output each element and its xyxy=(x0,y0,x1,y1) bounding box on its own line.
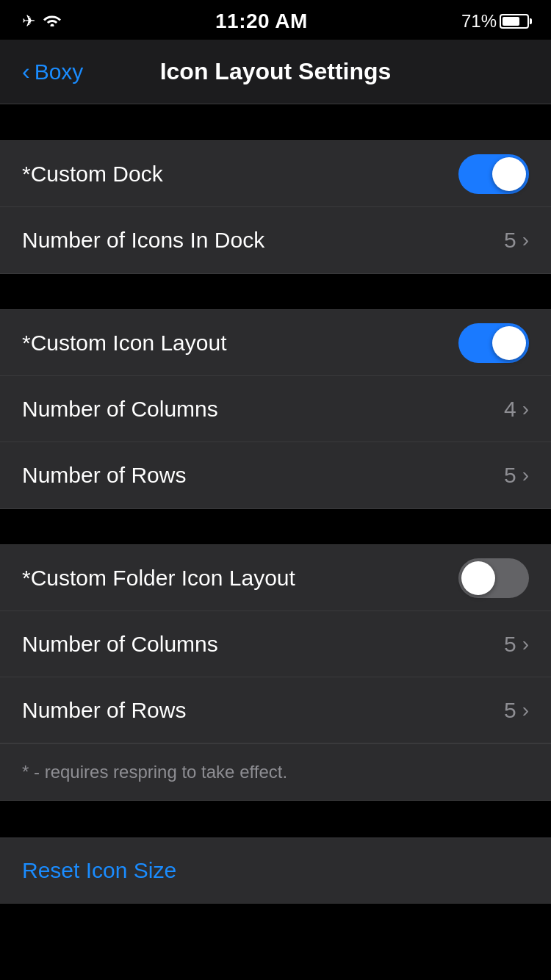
icon-rows-value: 5 xyxy=(504,463,516,488)
icons-in-dock-label: Number of Icons In Dock xyxy=(22,228,504,253)
custom-folder-layout-toggle[interactable] xyxy=(458,558,529,598)
custom-folder-layout-toggle-thumb xyxy=(461,561,495,595)
bottom-area xyxy=(0,904,551,948)
wifi-icon xyxy=(43,12,62,31)
icons-in-dock-row[interactable]: Number of Icons In Dock 5 › xyxy=(0,207,551,273)
back-label: Boxy xyxy=(35,60,84,84)
section-gap-1 xyxy=(0,273,551,310)
custom-dock-row: *Custom Dock xyxy=(0,141,551,207)
icon-columns-value-container: 4 › xyxy=(504,397,529,422)
status-time: 11:20 AM xyxy=(215,10,308,33)
custom-dock-toggle-thumb xyxy=(492,157,526,191)
dock-settings-group: *Custom Dock Number of Icons In Dock 5 › xyxy=(0,141,551,273)
back-chevron-icon: ‹ xyxy=(22,58,30,85)
folder-rows-row[interactable]: Number of Rows 5 › xyxy=(0,677,551,743)
icon-rows-chevron-icon: › xyxy=(522,464,529,487)
folder-columns-row[interactable]: Number of Columns 5 › xyxy=(0,611,551,677)
folder-rows-label: Number of Rows xyxy=(22,698,504,723)
battery-icon xyxy=(500,14,529,29)
custom-icon-layout-toggle[interactable] xyxy=(458,323,529,363)
status-right: 71% xyxy=(461,11,529,32)
folder-rows-chevron-icon: › xyxy=(522,699,529,722)
folder-columns-chevron-icon: › xyxy=(522,633,529,656)
custom-dock-toggle[interactable] xyxy=(458,154,529,194)
icon-layout-settings-group: *Custom Icon Layout Number of Columns 4 … xyxy=(0,310,551,508)
folder-columns-label: Number of Columns xyxy=(22,632,504,657)
folder-columns-value: 5 xyxy=(504,632,516,657)
battery-percent: 71% xyxy=(461,11,497,32)
folder-columns-value-container: 5 › xyxy=(504,632,529,657)
custom-icon-layout-toggle-thumb xyxy=(492,326,526,360)
custom-dock-label: *Custom Dock xyxy=(22,162,458,187)
battery-container: 71% xyxy=(461,11,529,32)
nav-bar: ‹ Boxy Icon Layout Settings xyxy=(0,40,551,104)
icon-columns-chevron-icon: › xyxy=(522,397,529,421)
reset-icon-size-button[interactable]: Reset Icon Size xyxy=(22,858,176,883)
folder-rows-value-container: 5 › xyxy=(504,698,529,723)
icon-columns-row[interactable]: Number of Columns 4 › xyxy=(0,376,551,442)
icon-columns-label: Number of Columns xyxy=(22,397,504,422)
icon-rows-label: Number of Rows xyxy=(22,463,504,488)
reset-row[interactable]: Reset Icon Size xyxy=(0,837,551,904)
custom-folder-layout-row: *Custom Folder Icon Layout xyxy=(0,545,551,611)
icon-columns-value: 4 xyxy=(504,397,516,422)
footer-note: * - requires respring to take effect. xyxy=(0,743,551,801)
custom-folder-layout-label: *Custom Folder Icon Layout xyxy=(22,566,458,591)
custom-icon-layout-row: *Custom Icon Layout xyxy=(0,310,551,376)
footer-note-text: * - requires respring to take effect. xyxy=(22,762,287,782)
status-left: ✈ xyxy=(22,12,62,31)
icon-rows-row[interactable]: Number of Rows 5 › xyxy=(0,442,551,508)
airplane-icon: ✈ xyxy=(22,12,35,31)
custom-icon-layout-label: *Custom Icon Layout xyxy=(22,331,458,356)
folder-layout-settings-group: *Custom Folder Icon Layout Number of Col… xyxy=(0,545,551,801)
icons-in-dock-value: 5 xyxy=(504,228,516,253)
status-bar: ✈ 11:20 AM 71% xyxy=(0,0,551,40)
section-gap-2 xyxy=(0,508,551,545)
icons-in-dock-chevron-icon: › xyxy=(522,228,529,252)
section-gap-top xyxy=(0,104,551,141)
page-title: Icon Layout Settings xyxy=(160,58,392,85)
folder-rows-value: 5 xyxy=(504,698,516,723)
icon-rows-value-container: 5 › xyxy=(504,463,529,488)
icons-in-dock-value-container: 5 › xyxy=(504,228,529,253)
battery-fill xyxy=(503,17,519,26)
back-button[interactable]: ‹ Boxy xyxy=(22,58,83,85)
